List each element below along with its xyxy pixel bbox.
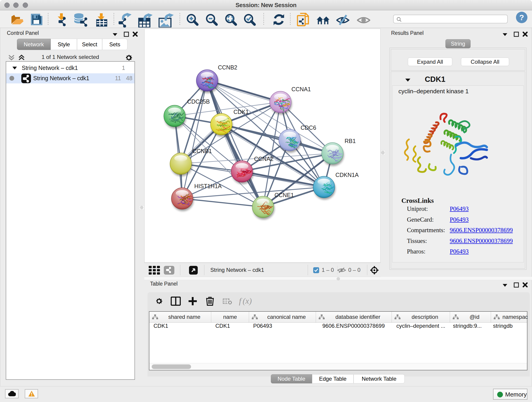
svg-text:CCNE1: CCNE1 — [274, 192, 294, 198]
svg-text:CCNB1: CCNB1 — [192, 148, 212, 154]
svg-text:HIST1H1A: HIST1H1A — [194, 183, 222, 189]
svg-text:CDKN1A: CDKN1A — [336, 172, 359, 178]
svg-text:CDC25B: CDC25B — [187, 98, 210, 105]
svg-text:CDC6: CDC6 — [301, 124, 316, 131]
svg-text:CCNA2: CCNA2 — [254, 156, 273, 162]
svg-text:CDK1: CDK1 — [234, 109, 249, 115]
svg-text:CCNA1: CCNA1 — [291, 86, 311, 92]
svg-text:CCNB2: CCNB2 — [218, 64, 237, 70]
svg-text:RB1: RB1 — [345, 138, 356, 144]
